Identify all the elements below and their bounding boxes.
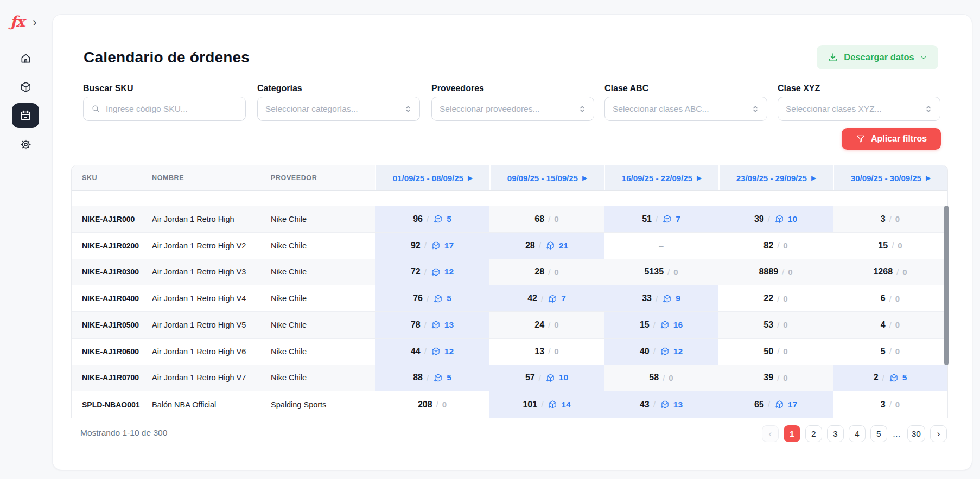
filter-providers-label: Proveedores bbox=[431, 83, 594, 94]
sidebar: ƒx › bbox=[0, 0, 52, 479]
categories-placeholder: Seleccionar categorías... bbox=[265, 104, 399, 114]
xyz-placeholder: Seleccionar clases XYZ... bbox=[786, 104, 919, 114]
table-row[interactable]: NIKE-AJ1R0500Air Jordan 1 Retro High V5N… bbox=[72, 312, 947, 339]
filter-xyz-class: Clase XYZ Seleccionar clases XYZ... bbox=[778, 83, 940, 94]
week-cell: 76/5 bbox=[375, 285, 489, 311]
pagination-ellipsis: … bbox=[893, 429, 902, 438]
abc-placeholder: Seleccionar clases ABC... bbox=[613, 104, 746, 114]
sidebar-item-calendar[interactable] bbox=[12, 103, 39, 128]
package-plus-icon bbox=[548, 294, 557, 303]
name-cell: Air Jordan 1 Retro High V2 bbox=[152, 233, 271, 259]
week-cell: 92/17 bbox=[375, 233, 489, 259]
provider-cell: Nike Chile bbox=[271, 339, 375, 365]
week-cell: 15/0 bbox=[833, 233, 947, 259]
filter-sku-label: Buscar SKU bbox=[83, 83, 246, 94]
week-cell: 28/21 bbox=[489, 233, 604, 259]
sku-search-box bbox=[83, 97, 246, 121]
orders-table: SKU NOMBRE PROVEEDOR 01/09/25 - 08/09/25… bbox=[71, 165, 948, 418]
package-plus-icon bbox=[663, 294, 672, 303]
package-plus-icon bbox=[548, 400, 557, 409]
app-logo[interactable]: ƒx bbox=[10, 13, 24, 30]
table-row[interactable]: NIKE-AJ1R0200Air Jordan 1 Retro High V2N… bbox=[72, 233, 947, 259]
provider-cell: Nike Chile bbox=[271, 259, 375, 285]
chevron-down-icon bbox=[920, 54, 927, 61]
week-cell: 1268/0 bbox=[833, 259, 947, 285]
package-plus-icon bbox=[546, 241, 555, 250]
week-cell: 24/0 bbox=[489, 312, 604, 338]
categories-select[interactable]: Seleccionar categorías... bbox=[257, 97, 420, 121]
package-plus-icon bbox=[660, 347, 670, 356]
week-cell: 88/5 bbox=[375, 365, 489, 391]
week-cell: 4/0 bbox=[833, 312, 947, 338]
package-plus-icon bbox=[431, 320, 441, 329]
home-icon bbox=[20, 52, 32, 65]
package-plus-icon bbox=[660, 320, 670, 329]
name-cell: Air Jordan 1 Retro High V5 bbox=[152, 312, 271, 338]
package-plus-icon bbox=[434, 214, 443, 223]
table-row[interactable]: SPLD-NBAO001Balón NBA OfficialSpalding S… bbox=[72, 391, 947, 418]
providers-select[interactable]: Seleccionar proveedores... bbox=[431, 97, 594, 121]
page-button-2[interactable]: 2 bbox=[805, 425, 822, 442]
filter-funnel-icon bbox=[856, 134, 866, 144]
filter-categories-label: Categorías bbox=[257, 83, 420, 94]
week-cell: 82/0 bbox=[718, 233, 833, 259]
table-row[interactable]: NIKE-AJ1R000Air Jordan 1 Retro HighNike … bbox=[72, 206, 947, 233]
page-button-3[interactable]: 3 bbox=[827, 425, 844, 442]
select-chevrons-icon bbox=[752, 105, 759, 113]
week-cell: 68/0 bbox=[489, 206, 604, 232]
sku-search-input[interactable] bbox=[106, 104, 238, 114]
sku-cell: SPLD-NBAO001 bbox=[72, 391, 152, 418]
table-row[interactable]: NIKE-AJ1R0300Air Jordan 1 Retro High V3N… bbox=[72, 259, 947, 286]
expand-week-icon[interactable]: ▶ bbox=[811, 175, 816, 181]
package-icon bbox=[20, 81, 32, 93]
week-cell: 42/7 bbox=[489, 285, 604, 311]
name-cell: Air Jordan 1 Retro High V6 bbox=[152, 339, 271, 365]
table-row[interactable]: NIKE-AJ1R0700Air Jordan 1 Retro High V7N… bbox=[72, 365, 947, 392]
apply-filters-button[interactable]: Aplicar filtros bbox=[842, 128, 941, 150]
table-spacer-row bbox=[72, 191, 947, 206]
package-plus-icon bbox=[775, 400, 784, 409]
week-cell: 33/9 bbox=[604, 285, 718, 311]
week-cell: 28/0 bbox=[489, 259, 604, 285]
week-column-header: 30/09/25 - 30/09/25▶ bbox=[833, 165, 947, 190]
package-plus-icon bbox=[431, 267, 441, 277]
filter-providers: Proveedores Seleccionar proveedores... bbox=[431, 83, 594, 94]
week-cell: 72/12 bbox=[375, 259, 489, 285]
expand-week-icon[interactable]: ▶ bbox=[926, 175, 931, 181]
filter-abc-label: Clase ABC bbox=[604, 83, 767, 94]
sku-cell: NIKE-AJ1R0600 bbox=[72, 339, 152, 365]
sidebar-item-products[interactable] bbox=[14, 75, 37, 99]
week-column-header: 01/09/25 - 08/09/25▶ bbox=[375, 165, 489, 190]
expand-week-icon[interactable]: ▶ bbox=[697, 175, 702, 181]
name-cell: Air Jordan 1 Retro High V3 bbox=[152, 259, 271, 285]
name-cell: Air Jordan 1 Retro High bbox=[152, 206, 271, 232]
week-cell: 8889/0 bbox=[718, 259, 833, 285]
sidebar-expand-icon[interactable]: › bbox=[33, 15, 37, 30]
abc-class-select[interactable]: Seleccionar clases ABC... bbox=[604, 97, 767, 121]
provider-cell: Nike Chile bbox=[271, 312, 375, 338]
search-icon bbox=[91, 104, 100, 113]
table-scrollbar-thumb[interactable] bbox=[944, 206, 949, 365]
download-data-button[interactable]: Descargar datos bbox=[817, 45, 938, 69]
page-button-5[interactable]: 5 bbox=[870, 425, 887, 442]
name-cell: Air Jordan 1 Retro High V7 bbox=[152, 365, 271, 391]
gear-icon bbox=[20, 138, 32, 151]
week-cell: 3/0 bbox=[833, 206, 947, 232]
sidebar-item-settings[interactable] bbox=[14, 132, 37, 156]
week-range-label: 09/09/25 - 15/09/25 bbox=[507, 174, 578, 183]
week-cell: 13/0 bbox=[489, 339, 604, 365]
table-row[interactable]: NIKE-AJ1R0400Air Jordan 1 Retro High V4N… bbox=[72, 285, 947, 312]
week-cell: 50/0 bbox=[718, 339, 833, 365]
table-row[interactable]: NIKE-AJ1R0600Air Jordan 1 Retro High V6N… bbox=[72, 339, 947, 365]
expand-week-icon[interactable]: ▶ bbox=[582, 175, 587, 181]
page-button-30[interactable]: 30 bbox=[907, 425, 925, 442]
previous-page-button[interactable]: ‹ bbox=[762, 425, 779, 442]
table-header-row: SKU NOMBRE PROVEEDOR 01/09/25 - 08/09/25… bbox=[72, 165, 947, 191]
xyz-class-select[interactable]: Seleccionar clases XYZ... bbox=[778, 97, 940, 121]
sidebar-item-home[interactable] bbox=[14, 46, 37, 70]
providers-placeholder: Seleccionar proveedores... bbox=[440, 104, 573, 114]
expand-week-icon[interactable]: ▶ bbox=[468, 175, 473, 181]
next-page-button[interactable]: › bbox=[930, 425, 947, 442]
page-button-4[interactable]: 4 bbox=[849, 425, 866, 442]
page-button-1[interactable]: 1 bbox=[784, 425, 800, 442]
